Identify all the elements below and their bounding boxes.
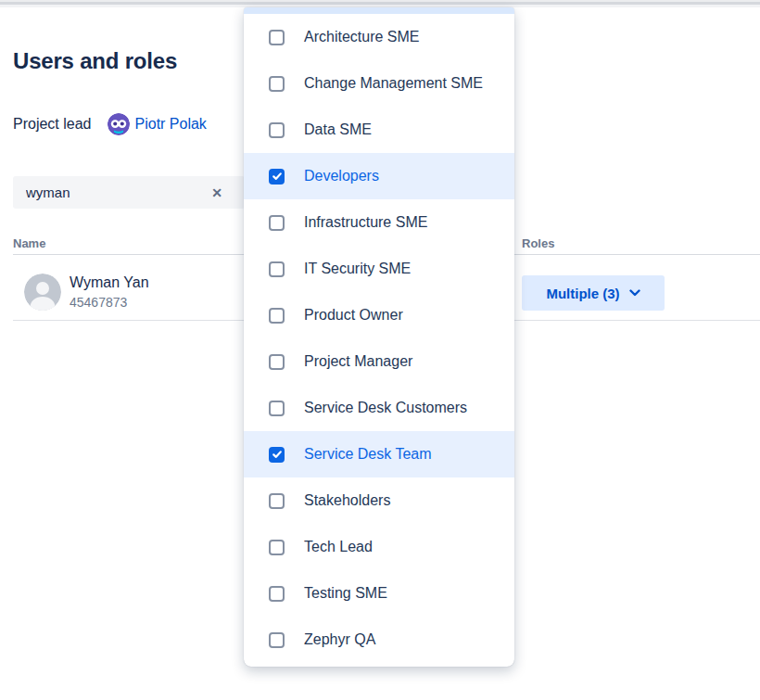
role-option[interactable]: IT Security SME: [244, 246, 514, 292]
user-name: Wyman Yan: [70, 274, 149, 291]
role-option[interactable]: Stakeholders: [244, 477, 514, 524]
column-header-roles: Roles: [522, 236, 554, 250]
role-option[interactable]: Service Desk Customers: [244, 385, 514, 431]
role-option[interactable]: Tech Lead: [244, 524, 514, 570]
role-option-label: Testing SME: [304, 585, 387, 602]
search-input[interactable]: [13, 176, 203, 209]
role-option-label: Project Manager: [304, 353, 412, 370]
checkbox-icon[interactable]: [269, 447, 285, 463]
checkbox-icon[interactable]: [269, 261, 285, 277]
project-lead-link[interactable]: Piotr Polak: [135, 116, 207, 133]
top-divider: [0, 0, 760, 7]
checkbox-icon[interactable]: [269, 169, 285, 185]
project-lead-label: Project lead: [13, 116, 92, 133]
checkbox-icon[interactable]: [269, 122, 285, 138]
user-filter-field: ✕: [13, 176, 245, 209]
roles-option-list: Architecture SME Change Management SME D: [244, 14, 514, 663]
page-title: Users and roles: [13, 48, 177, 74]
user-id: 45467873: [70, 295, 127, 310]
role-option[interactable]: Service Desk Team: [244, 431, 514, 477]
role-option[interactable]: Data SME: [244, 107, 514, 153]
role-option-label: Developers: [304, 168, 379, 185]
checkbox-icon[interactable]: [269, 632, 285, 648]
checkbox-icon[interactable]: [269, 401, 285, 416]
role-option-label: Service Desk Customers: [304, 400, 467, 416]
role-option-label: Service Desk Team: [304, 446, 432, 463]
checkbox-icon[interactable]: [269, 30, 285, 45]
role-option-label: Zephyr QA: [304, 631, 375, 648]
role-option[interactable]: Change Management SME: [244, 60, 514, 107]
checkbox-icon[interactable]: [269, 540, 285, 555]
roles-dropdown-button[interactable]: Multiple (3): [522, 275, 665, 311]
role-option-label: Product Owner: [304, 307, 403, 324]
chevron-down-icon: [629, 289, 640, 297]
role-option-label: Architecture SME: [304, 29, 419, 45]
role-option[interactable]: Architecture SME: [244, 14, 514, 60]
role-option[interactable]: Developers: [244, 153, 514, 199]
role-option-label: Infrastructure SME: [304, 214, 427, 231]
clear-search-icon[interactable]: ✕: [203, 185, 231, 200]
checkbox-icon[interactable]: [269, 493, 285, 509]
checkbox-icon[interactable]: [269, 354, 285, 370]
scrolled-selected-item-sliver[interactable]: [244, 7, 514, 14]
checkbox-icon[interactable]: [269, 586, 285, 602]
role-option[interactable]: Testing SME: [244, 570, 514, 617]
role-option[interactable]: Product Owner: [244, 292, 514, 338]
role-option-label: Data SME: [304, 121, 372, 138]
role-option-label: Stakeholders: [304, 492, 390, 509]
column-header-name: Name: [13, 236, 45, 250]
checkbox-icon[interactable]: [269, 308, 285, 324]
checkbox-icon[interactable]: [269, 215, 285, 231]
roles-button-label: Multiple (3): [546, 286, 619, 301]
roles-dropdown-menu: Architecture SME Change Management SME D: [244, 7, 514, 667]
role-option[interactable]: Infrastructure SME: [244, 199, 514, 246]
project-lead-row: Project lead Piotr Polak: [13, 112, 207, 136]
role-option[interactable]: Project Manager: [244, 338, 514, 385]
role-option-label: IT Security SME: [304, 261, 411, 277]
user-avatar-icon: [24, 274, 61, 311]
checkbox-icon[interactable]: [269, 76, 285, 92]
project-lead-avatar-icon: [108, 113, 130, 135]
role-option[interactable]: Zephyr QA: [244, 617, 514, 663]
role-option-label: Tech Lead: [304, 539, 373, 555]
role-option-label: Change Management SME: [304, 75, 483, 92]
